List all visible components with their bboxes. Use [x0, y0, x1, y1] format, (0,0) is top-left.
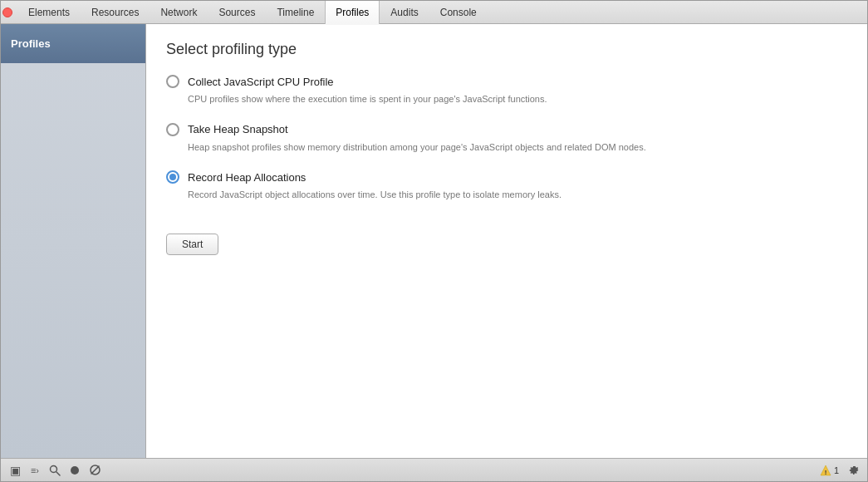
sidebar-header: Profiles [1, 24, 145, 63]
search-icon[interactable] [46, 461, 64, 480]
gear-icon[interactable] [844, 461, 862, 480]
radio-heap-allocations[interactable] [166, 170, 179, 184]
bottom-toolbar: ▣ ≡› ! 1 [1, 458, 867, 481]
profile-option-header-cpu: Collect JavaScript CPU Profile [166, 75, 847, 88]
tab-bar: ElementsResourcesNetworkSourcesTimelineP… [1, 1, 867, 24]
radio-cpu[interactable] [166, 75, 179, 88]
tab-sources[interactable]: Sources [208, 1, 266, 24]
content-panel: Select profiling type Collect JavaScript… [146, 24, 867, 458]
drawer-icon[interactable]: ▣ [6, 461, 24, 480]
tab-audits[interactable]: Audits [380, 1, 429, 24]
sidebar-title: Profiles [11, 37, 51, 50]
svg-point-0 [51, 465, 57, 472]
page-title: Select profiling type [166, 41, 847, 58]
tab-elements[interactable]: Elements [17, 1, 81, 24]
record-icon[interactable] [66, 461, 84, 480]
start-button[interactable]: Start [166, 234, 218, 255]
scope-icon[interactable]: ≡› [26, 461, 44, 480]
svg-text:!: ! [825, 468, 827, 475]
svg-line-4 [91, 466, 99, 474]
profile-option-heap-snapshot: Take Heap SnapshotHeap snapshot profiles… [166, 123, 847, 155]
option-desc-cpu: CPU profiles show where the execution ti… [166, 92, 847, 106]
option-label-cpu: Collect JavaScript CPU Profile [188, 76, 334, 88]
profile-option-heap-allocations: Record Heap AllocationsRecord JavaScript… [166, 170, 847, 202]
option-desc-heap-allocations: Record JavaScript object allocations ove… [166, 188, 847, 202]
profile-option-header-heap-snapshot: Take Heap Snapshot [166, 123, 847, 136]
tab-profiles[interactable]: Profiles [325, 1, 380, 24]
sidebar: Profiles [1, 24, 146, 458]
tab-network[interactable]: Network [150, 1, 208, 24]
option-label-heap-snapshot: Take Heap Snapshot [188, 123, 288, 135]
option-desc-heap-snapshot: Heap snapshot profiles show memory distr… [166, 140, 847, 155]
warning-count: 1 [834, 465, 839, 475]
tab-console[interactable]: Console [429, 1, 488, 24]
warning-icon: ! [820, 465, 831, 476]
tab-resources[interactable]: Resources [81, 1, 150, 24]
radio-heap-snapshot[interactable] [166, 123, 179, 136]
warning-badge: ! 1 [820, 465, 839, 476]
svg-point-2 [71, 466, 79, 475]
profile-option-header-heap-allocations: Record Heap Allocations [166, 170, 847, 184]
main-area: Profiles Select profiling type Collect J… [1, 24, 867, 458]
profile-option-cpu: Collect JavaScript CPU ProfileCPU profil… [166, 75, 847, 106]
tab-timeline[interactable]: Timeline [266, 1, 325, 24]
window-close-icon [2, 7, 12, 17]
svg-line-1 [56, 472, 60, 475]
option-label-heap-allocations: Record Heap Allocations [188, 171, 306, 184]
cancel-icon[interactable] [86, 461, 104, 480]
